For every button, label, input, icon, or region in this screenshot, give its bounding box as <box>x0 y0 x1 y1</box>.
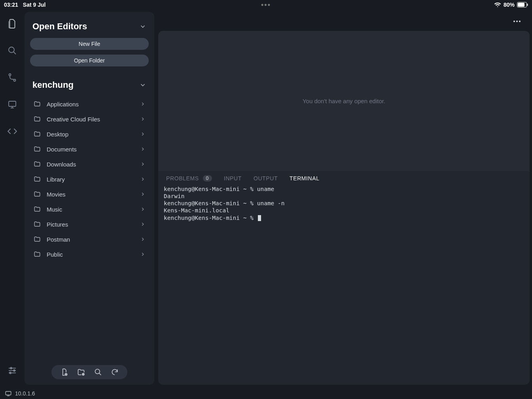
tab-terminal[interactable]: TERMINAL <box>290 175 320 182</box>
refresh-icon[interactable] <box>111 368 119 376</box>
open-folder-button[interactable]: Open Folder <box>30 55 149 66</box>
svg-rect-7 <box>9 101 16 106</box>
problems-count-badge: 0 <box>203 175 212 182</box>
folder-item[interactable]: Library <box>30 172 149 187</box>
search-icon[interactable] <box>94 368 102 376</box>
folder-list: ApplicationsCreative Cloud FilesDesktopD… <box>30 96 149 262</box>
code-icon[interactable] <box>6 125 19 138</box>
connection-status[interactable]: 10.0.1.6 <box>5 390 35 397</box>
svg-rect-27 <box>6 391 11 395</box>
search-icon[interactable] <box>6 44 19 57</box>
chevron-down-icon[interactable] <box>139 23 146 30</box>
folder-icon <box>33 161 41 168</box>
workspace-header[interactable]: kenchung <box>30 78 149 94</box>
folder-label: Public <box>47 251 63 258</box>
tab-problems[interactable]: PROBLEMS 0 <box>166 175 212 182</box>
panel-tabs: PROBLEMS 0 INPUT OUTPUT TERMINAL <box>158 171 530 184</box>
remote-icon[interactable] <box>6 98 19 111</box>
folder-label: Documents <box>47 146 77 153</box>
folder-label: Downloads <box>47 161 76 168</box>
folder-item[interactable]: Movies <box>30 187 149 202</box>
svg-point-15 <box>9 372 11 374</box>
svg-point-3 <box>9 47 14 53</box>
main-area: You don't have any open editor. PROBLEMS… <box>158 12 530 385</box>
settings-sliders-icon[interactable] <box>6 364 19 377</box>
wifi-icon <box>494 2 501 8</box>
tab-terminal-label: TERMINAL <box>290 175 320 182</box>
folder-icon <box>33 176 41 183</box>
folder-item[interactable]: Public <box>30 247 149 262</box>
svg-point-25 <box>516 21 518 22</box>
chevron-right-icon <box>140 252 146 257</box>
remote-connected-icon <box>5 391 12 396</box>
folder-item[interactable]: Pictures <box>30 217 149 232</box>
bottom-panel: PROBLEMS 0 INPUT OUTPUT TERMINAL kenchun… <box>158 171 530 385</box>
new-folder-icon[interactable] <box>77 368 85 376</box>
tab-output[interactable]: OUTPUT <box>254 175 278 182</box>
folder-item[interactable]: Creative Cloud Files <box>30 112 149 127</box>
more-icon[interactable] <box>512 17 522 26</box>
sidebar-panel: Open Editors New File Open Folder kenchu… <box>25 12 154 385</box>
folder-item[interactable]: Music <box>30 202 149 217</box>
folder-item[interactable]: Postman <box>30 232 149 247</box>
folder-icon <box>33 115 41 123</box>
tab-input[interactable]: INPUT <box>224 175 242 182</box>
chevron-right-icon <box>140 146 146 152</box>
source-control-icon[interactable] <box>6 71 19 84</box>
folder-icon <box>33 100 41 108</box>
sidebar-toolbar <box>51 365 127 379</box>
chevron-right-icon <box>140 236 146 242</box>
multitask-dots-icon[interactable]: ••• <box>261 0 271 9</box>
tab-input-label: INPUT <box>224 175 242 182</box>
svg-point-22 <box>95 369 100 374</box>
folder-icon <box>33 236 41 243</box>
workspace-title: kenchung <box>32 80 74 90</box>
svg-point-13 <box>13 370 15 371</box>
folder-label: Library <box>47 176 65 183</box>
folder-label: Desktop <box>47 131 68 138</box>
activity-bar <box>0 9 25 399</box>
folder-label: Creative Cloud Files <box>47 116 100 123</box>
editor-empty-area: You don't have any open editor. <box>158 31 530 171</box>
folder-icon <box>33 221 41 228</box>
folder-icon <box>33 130 41 138</box>
open-editors-title: Open Editors <box>32 21 87 32</box>
folder-item[interactable]: Desktop <box>30 127 149 142</box>
folder-icon <box>33 251 41 258</box>
chevron-right-icon <box>140 161 146 167</box>
explorer-icon[interactable] <box>6 17 19 30</box>
new-file-icon[interactable] <box>60 368 68 376</box>
svg-line-4 <box>13 52 16 54</box>
folder-icon <box>33 206 41 213</box>
folder-item[interactable]: Documents <box>30 142 149 157</box>
chevron-right-icon <box>140 191 146 197</box>
folder-label: Applications <box>47 101 79 108</box>
terminal-output[interactable]: kenchung@Kens-Mac-mini ~ % uname Darwin … <box>158 184 530 385</box>
folder-label: Movies <box>47 191 66 198</box>
chevron-down-icon[interactable] <box>139 81 146 89</box>
chevron-right-icon <box>140 206 146 212</box>
status-time: 03:21 <box>4 2 18 8</box>
battery-icon <box>517 2 528 8</box>
folder-icon <box>33 146 41 153</box>
folder-label: Music <box>47 206 62 213</box>
chevron-right-icon <box>140 131 146 137</box>
status-date: Sat 9 Jul <box>23 2 46 8</box>
chevron-right-icon <box>140 176 146 182</box>
folder-label: Postman <box>47 236 70 243</box>
new-file-button[interactable]: New File <box>30 38 149 50</box>
folder-item[interactable]: Applications <box>30 96 149 112</box>
svg-rect-2 <box>527 4 528 6</box>
battery-percent: 80% <box>504 2 515 8</box>
svg-rect-1 <box>518 3 524 7</box>
svg-point-24 <box>513 21 515 22</box>
chevron-right-icon <box>140 221 146 227</box>
svg-point-11 <box>10 367 12 369</box>
folder-label: Pictures <box>47 221 68 228</box>
svg-point-26 <box>519 21 521 22</box>
chevron-right-icon <box>140 116 146 122</box>
folder-icon <box>33 191 41 198</box>
folder-item[interactable]: Downloads <box>30 157 149 172</box>
tab-problems-label: PROBLEMS <box>166 175 199 182</box>
open-editors-header[interactable]: Open Editors <box>30 20 149 36</box>
